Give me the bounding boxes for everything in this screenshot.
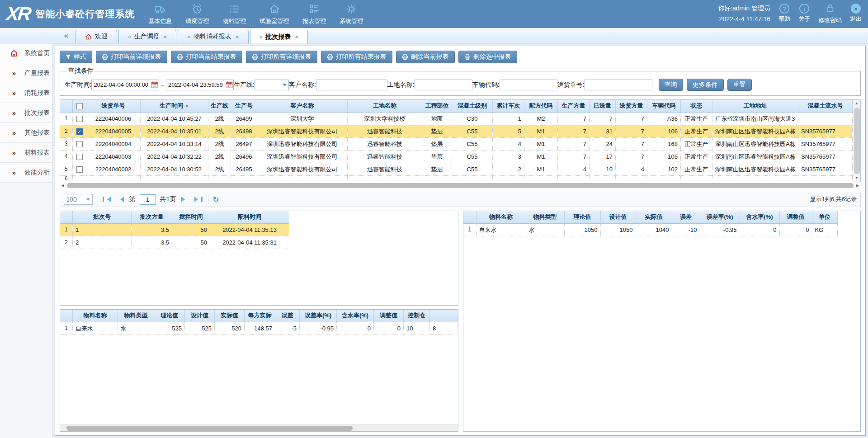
close-icon[interactable]: × — [164, 33, 167, 40]
sidebar-item-output-reports[interactable]: » 产量报表 — [0, 63, 52, 83]
horizontal-scrollbar[interactable] — [60, 424, 458, 431]
scroll-left-icon[interactable]: ◀ — [60, 184, 66, 188]
column-header[interactable]: 生产时间▼ — [141, 100, 208, 112]
column-header[interactable]: 误差率(%) — [300, 310, 337, 322]
column-header[interactable]: 设计值 — [185, 310, 215, 322]
table-row[interactable]: 223.5502022-04-04 11:35:31 — [60, 236, 289, 249]
nav-item-materials[interactable]: 物料管理 — [222, 3, 246, 25]
close-icon[interactable]: × — [295, 33, 298, 40]
table-row[interactable]: 113.5502022-04-04 11:35:13 — [60, 223, 289, 236]
column-header[interactable]: 每方实际 — [245, 310, 275, 322]
delivery-no-input[interactable] — [585, 80, 652, 90]
column-header[interactable]: 送货方量 — [616, 100, 647, 112]
site-name-input[interactable] — [415, 80, 472, 90]
sidebar-item-home[interactable]: 系统首页 — [0, 43, 52, 63]
column-header[interactable]: 物料类型 — [526, 211, 564, 223]
collapse-sidebar-icon[interactable]: « — [64, 32, 68, 39]
table-row[interactable]: 6 — [60, 175, 853, 181]
column-header[interactable]: 批次号 — [73, 211, 132, 223]
sidebar-item-consumption-reports[interactable]: » 消耗报表 — [0, 83, 52, 103]
column-header[interactable]: 物料名称 — [73, 310, 118, 322]
logout-button[interactable]: × 退出 — [850, 4, 862, 24]
scroll-down-icon[interactable]: ▼ — [853, 174, 860, 182]
customer-name-input[interactable] — [316, 80, 387, 90]
select-all-checkbox[interactable] — [76, 103, 83, 109]
print-all-detail-button[interactable]: 打印所有详细报表 — [246, 51, 317, 63]
column-header[interactable]: 工地地址 — [712, 100, 798, 112]
scrollbar-thumb[interactable] — [67, 183, 854, 188]
print-current-detail-button[interactable]: 打印当前详细报表 — [96, 51, 167, 63]
column-header[interactable]: 混凝土级别 — [452, 100, 493, 112]
column-header[interactable]: 含水率(%) — [740, 211, 779, 223]
nav-item-dispatch[interactable]: 调度管理 — [185, 3, 209, 25]
column-header[interactable]: 误差 — [275, 310, 300, 322]
scroll-right-icon[interactable]: ▶ — [854, 184, 861, 188]
column-header[interactable]: 误差 — [672, 211, 700, 223]
row-checkbox[interactable] — [76, 128, 83, 135]
first-page-button[interactable] — [101, 197, 112, 202]
vehicle-code-input[interactable] — [500, 80, 557, 90]
calendar-icon[interactable]: 17 — [226, 81, 233, 88]
column-header[interactable]: 物料名称 — [476, 211, 526, 223]
column-header[interactable]: 实际值 — [215, 310, 245, 322]
table-row[interactable]: 1222040400062022-04-04 10:45:272线26499深圳… — [60, 112, 853, 125]
column-header[interactable]: 配方代码 — [524, 100, 558, 112]
next-page-button[interactable] — [180, 197, 189, 202]
column-header[interactable]: 设计值 — [600, 211, 636, 223]
tab-material-consumption-report[interactable]: » 物料消耗报表 × — [178, 30, 248, 43]
table-row[interactable]: 1自来水水525525520148.57-5-0.9500108 — [60, 322, 458, 334]
table-row[interactable]: 3222040400042022-04-04 10:33:142线26497深圳… — [60, 137, 853, 150]
column-header[interactable]: 配料时间 — [210, 211, 289, 223]
tab-batch-report[interactable]: » 批次报表 × — [250, 30, 308, 43]
query-button[interactable]: 查询 — [659, 79, 683, 91]
nav-item-reports[interactable]: 报表管理 — [302, 3, 326, 25]
column-header[interactable]: 状态 — [681, 100, 712, 112]
column-header[interactable]: 单位 — [812, 211, 837, 223]
column-header[interactable]: 理论值 — [564, 211, 600, 223]
row-checkbox[interactable] — [76, 166, 83, 173]
column-header[interactable]: 含水率(%) — [337, 310, 374, 322]
column-header[interactable]: 送货单号 — [86, 100, 141, 112]
column-header[interactable]: 已送量 — [590, 100, 616, 112]
column-header[interactable]: 生产号 — [231, 100, 257, 112]
table-row[interactable]: 4222040400032022-04-04 10:32:222线26496深圳… — [60, 150, 853, 163]
refresh-icon[interactable]: ↻ — [212, 195, 219, 204]
table-row[interactable]: 2222040400052022-04-04 10:35:012线26498深圳… — [60, 125, 853, 137]
column-header[interactable]: 实际值 — [636, 211, 672, 223]
print-current-final-button[interactable]: 打印当前结束报表 — [171, 51, 242, 63]
help-button[interactable]: ? 帮助 — [778, 4, 790, 24]
column-header[interactable] — [430, 310, 458, 322]
column-header[interactable]: 工地名称 — [348, 100, 422, 112]
row-checkbox[interactable] — [76, 141, 83, 147]
calendar-icon[interactable]: 17 — [151, 81, 158, 88]
column-header[interactable]: 工程部位 — [422, 100, 452, 112]
column-header[interactable]: 调整值 — [374, 310, 404, 322]
time-from-input[interactable] — [91, 80, 159, 90]
nav-item-lab[interactable]: 试验室管理 — [259, 3, 289, 25]
column-header[interactable]: 生产线 — [208, 100, 231, 112]
print-all-final-button[interactable]: 打印所有结束报表 — [321, 51, 392, 63]
column-header[interactable]: 混凝土流水号 — [798, 100, 853, 112]
column-header[interactable]: 生产方量 — [558, 100, 590, 112]
more-conditions-button[interactable]: 更多条件 — [687, 79, 724, 91]
time-to-input[interactable] — [166, 80, 234, 90]
row-checkbox[interactable] — [76, 116, 83, 122]
column-header[interactable]: 批次方量 — [132, 211, 172, 223]
last-page-button[interactable] — [193, 197, 204, 202]
vertical-scrollbar[interactable]: ▲ ▼ — [853, 100, 860, 182]
scrollbar-thumb[interactable] — [854, 108, 860, 174]
column-header[interactable]: 控制仓 — [404, 310, 430, 322]
column-header[interactable]: 物料类型 — [118, 310, 154, 322]
row-checkbox[interactable] — [76, 154, 83, 160]
sidebar-item-other-reports[interactable]: » 其他报表 — [0, 123, 52, 143]
nav-item-system[interactable]: 系统管理 — [340, 3, 363, 25]
column-header[interactable]: 调整值 — [779, 211, 812, 223]
page-number-input[interactable] — [140, 194, 156, 205]
prev-page-button[interactable] — [116, 197, 125, 202]
column-header[interactable]: 搅拌时间 — [172, 211, 210, 223]
table-row[interactable]: 1自来水水105010501040-10-0.9500KG — [463, 223, 837, 236]
style-button[interactable]: 样式 — [60, 51, 92, 63]
column-header[interactable]: 客户名称 — [257, 100, 348, 112]
delete-selected-report-button[interactable]: 删除选中报表 — [458, 51, 517, 63]
table-row[interactable]: 5222040400022022-04-04 10:30:522线26495深圳… — [60, 163, 853, 175]
